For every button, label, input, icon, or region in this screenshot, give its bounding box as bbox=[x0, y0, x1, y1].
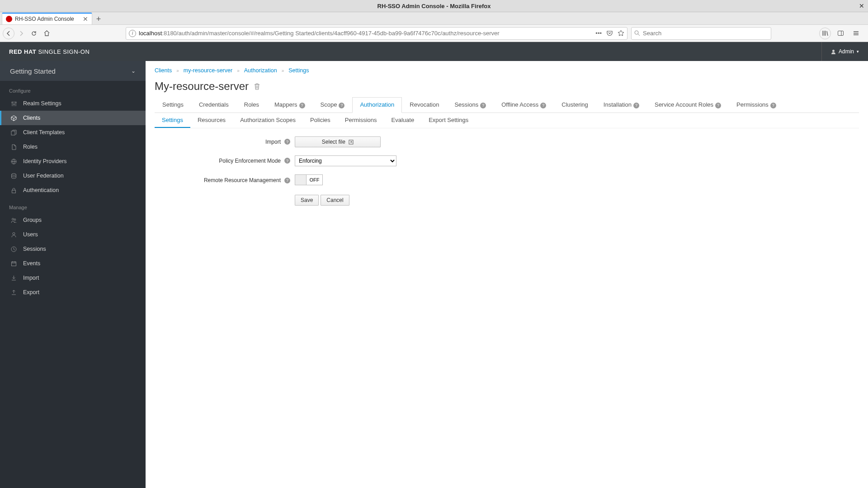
help-icon[interactable]: ? bbox=[770, 103, 776, 108]
sidebar-item-import[interactable]: Import bbox=[0, 271, 146, 285]
tab-service-account-roles[interactable]: Service Account Roles? bbox=[647, 97, 729, 113]
help-icon[interactable]: ? bbox=[633, 103, 639, 108]
sidebar-item-users[interactable]: Users bbox=[0, 227, 146, 242]
svg-rect-11 bbox=[11, 262, 16, 266]
tab-mappers[interactable]: Mappers? bbox=[267, 97, 313, 113]
remote-resource-label: Remote Resource Management ? bbox=[155, 177, 295, 183]
sidebar-item-sessions[interactable]: Sessions bbox=[0, 242, 146, 256]
settings-form: Import ? Select file Policy Enforcement … bbox=[155, 136, 859, 206]
tab-sessions[interactable]: Sessions? bbox=[447, 97, 494, 113]
tab-clustering[interactable]: Clustering bbox=[554, 97, 596, 113]
browser-navbar: i localhost:8180/auth/admin/master/conso… bbox=[0, 25, 868, 42]
subtab-settings[interactable]: Settings bbox=[155, 113, 190, 128]
app-logo: RED HAT SINGLE SIGN-ON bbox=[9, 48, 90, 55]
breadcrumb-link[interactable]: Settings bbox=[288, 67, 309, 74]
tab-title: RH-SSO Admin Console bbox=[15, 16, 74, 22]
subtab-policies[interactable]: Policies bbox=[303, 113, 338, 128]
tab-offline-access[interactable]: Offline Access? bbox=[494, 97, 554, 113]
globe-icon bbox=[10, 158, 17, 164]
primary-tabs: SettingsCredentialsRolesMappers?Scope?Au… bbox=[155, 97, 859, 113]
info-icon[interactable]: i bbox=[129, 30, 136, 37]
sidebar-item-identity-providers[interactable]: Identity Providers bbox=[0, 154, 146, 169]
search-bar[interactable] bbox=[631, 27, 771, 40]
database-icon bbox=[10, 173, 17, 179]
browser-tabbar: RH-SSO Admin Console ✕ + bbox=[0, 12, 868, 25]
sidebar-item-realm-settings[interactable]: Realm Settings bbox=[0, 96, 146, 111]
app-header: RED HAT SINGLE SIGN-ON Admin ▾ bbox=[0, 42, 868, 61]
sidebar-section-label: Configure bbox=[0, 81, 146, 96]
cancel-button[interactable]: Cancel bbox=[321, 195, 349, 206]
sidebar-item-label: Authentication bbox=[23, 187, 59, 193]
sidebar-item-label: Export bbox=[23, 289, 39, 296]
browser-tab[interactable]: RH-SSO Admin Console ✕ bbox=[2, 13, 92, 24]
help-icon[interactable]: ? bbox=[480, 103, 486, 108]
tab-credentials[interactable]: Credentials bbox=[191, 97, 236, 113]
file-icon bbox=[10, 144, 17, 150]
sidebar-icon[interactable] bbox=[835, 28, 846, 39]
tab-permissions[interactable]: Permissions? bbox=[729, 97, 784, 113]
search-input[interactable] bbox=[643, 30, 768, 37]
sidebar-item-client-templates[interactable]: Client Templates bbox=[0, 125, 146, 140]
url-bar[interactable]: i localhost:8180/auth/admin/master/conso… bbox=[126, 27, 627, 40]
sidebar-item-events[interactable]: Events bbox=[0, 256, 146, 271]
help-icon[interactable]: ? bbox=[339, 103, 344, 108]
realm-selector[interactable]: Getting Started ⌄ bbox=[0, 61, 146, 81]
help-icon[interactable]: ? bbox=[299, 103, 305, 108]
sidebar-item-groups[interactable]: Groups bbox=[0, 213, 146, 227]
tab-close-icon[interactable]: ✕ bbox=[79, 15, 88, 23]
page-actions-icon[interactable]: ••• bbox=[595, 30, 602, 37]
breadcrumb-link[interactable]: Authorization bbox=[244, 67, 277, 74]
sidebar-item-roles[interactable]: Roles bbox=[0, 140, 146, 154]
subtab-permissions[interactable]: Permissions bbox=[338, 113, 384, 128]
chevron-down-icon: ⌄ bbox=[131, 68, 136, 74]
home-button[interactable] bbox=[41, 28, 52, 39]
save-button[interactable]: Save bbox=[295, 195, 319, 206]
subtab-export-settings[interactable]: Export Settings bbox=[421, 113, 476, 128]
tab-roles[interactable]: Roles bbox=[236, 97, 267, 113]
sidebar-item-user-federation[interactable]: User Federation bbox=[0, 169, 146, 183]
svg-point-9 bbox=[13, 232, 15, 235]
breadcrumb-separator: » bbox=[237, 68, 240, 73]
tab-installation[interactable]: Installation? bbox=[596, 97, 647, 113]
help-icon[interactable]: ? bbox=[284, 178, 290, 183]
user-name: Admin bbox=[839, 48, 854, 55]
remote-resource-toggle[interactable]: OFF bbox=[295, 174, 323, 185]
user-menu[interactable]: Admin ▾ bbox=[821, 42, 859, 61]
help-icon[interactable]: ? bbox=[540, 103, 546, 108]
breadcrumb-link[interactable]: Clients bbox=[155, 67, 172, 74]
breadcrumb-separator: » bbox=[176, 68, 179, 73]
delete-icon[interactable] bbox=[254, 83, 260, 90]
back-button[interactable] bbox=[3, 28, 14, 39]
policy-enforcement-label: Policy Enforcement Mode ? bbox=[155, 158, 295, 164]
bookmark-icon[interactable] bbox=[618, 30, 624, 37]
sidebar-item-label: Realm Settings bbox=[23, 100, 61, 107]
export-icon bbox=[10, 289, 17, 296]
tab-authorization[interactable]: Authorization bbox=[352, 97, 402, 113]
pocket-icon[interactable] bbox=[606, 30, 613, 37]
sidebar-item-authentication[interactable]: Authentication bbox=[0, 183, 146, 197]
tab-settings[interactable]: Settings bbox=[155, 97, 191, 113]
sidebar-item-clients[interactable]: Clients bbox=[0, 111, 146, 125]
sidebar: Getting Started ⌄ ConfigureRealm Setting… bbox=[0, 61, 146, 488]
sidebar-item-export[interactable]: Export bbox=[0, 285, 146, 300]
breadcrumb: Clients»my-resource-server»Authorization… bbox=[155, 67, 859, 74]
policy-enforcement-select[interactable]: Enforcing bbox=[295, 155, 396, 166]
forward-button[interactable] bbox=[15, 28, 27, 39]
new-tab-button[interactable]: + bbox=[92, 14, 105, 24]
subtab-evaluate[interactable]: Evaluate bbox=[384, 113, 422, 128]
select-file-button[interactable]: Select file bbox=[295, 136, 381, 147]
menu-icon[interactable] bbox=[850, 28, 862, 39]
help-icon[interactable]: ? bbox=[715, 103, 721, 108]
library-icon[interactable] bbox=[819, 28, 831, 39]
reload-button[interactable] bbox=[28, 28, 40, 39]
breadcrumb-link[interactable]: my-resource-server bbox=[184, 67, 232, 74]
subtab-resources[interactable]: Resources bbox=[190, 113, 233, 128]
tab-revocation[interactable]: Revocation bbox=[402, 97, 447, 113]
sidebar-item-label: Import bbox=[23, 275, 39, 281]
help-icon[interactable]: ? bbox=[284, 139, 290, 145]
subtab-authorization-scopes[interactable]: Authorization Scopes bbox=[233, 113, 303, 128]
tab-scope[interactable]: Scope? bbox=[313, 97, 353, 113]
window-close-icon[interactable]: ✕ bbox=[859, 2, 864, 9]
svg-point-7 bbox=[12, 218, 14, 220]
help-icon[interactable]: ? bbox=[284, 158, 290, 164]
